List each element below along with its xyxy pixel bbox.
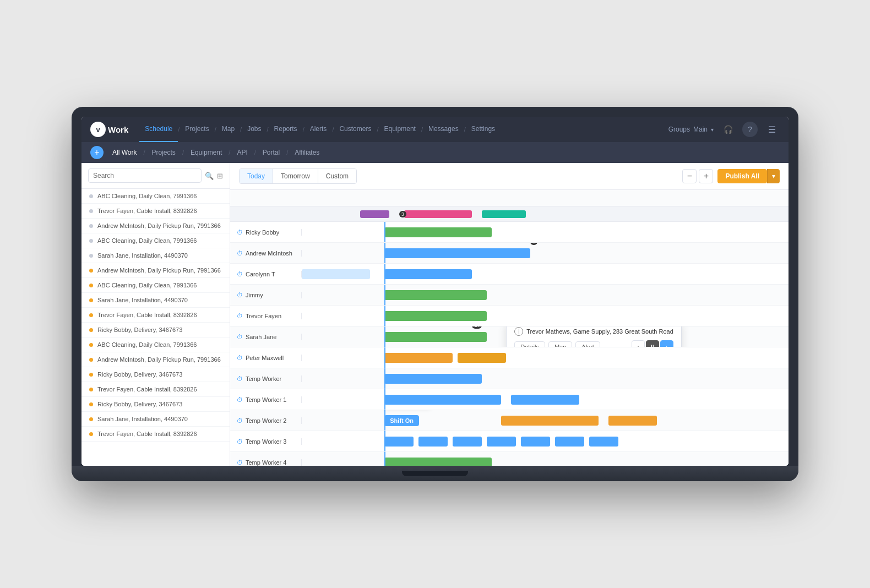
tooltip-nav: ‹ ⏸ › [632, 340, 673, 347]
tooltip-details-button[interactable]: Details [514, 341, 545, 347]
shift-on-button[interactable]: Shift On [384, 415, 419, 426]
job-item[interactable]: Trevor Fayen, Cable Install, 8392826 [81, 308, 230, 323]
schedule-bar[interactable] [418, 437, 448, 447]
second-nav-api[interactable]: API [232, 149, 252, 156]
schedule-bar[interactable] [384, 332, 487, 342]
publish-dropdown-button[interactable]: ▾ [767, 169, 780, 183]
headphone-icon[interactable]: 🎧 [720, 122, 736, 137]
job-text: Ricky Bobby, Delivery, 3467673 [97, 326, 182, 333]
search-input[interactable] [88, 168, 202, 183]
tooltip-text: Trevor Mathews, Game Supply, 283 Great S… [526, 328, 673, 335]
nav-schedule[interactable]: Schedule [139, 117, 178, 142]
job-text: Trevor Fayen, Cable Install, 8392826 [97, 312, 197, 318]
nav-customers[interactable]: Customers [334, 117, 377, 142]
tooltip-prev-button[interactable]: ‹ [632, 340, 645, 347]
nav-messages[interactable]: Messages [423, 117, 464, 142]
schedule-bar[interactable] [458, 353, 506, 363]
zoom-out-button[interactable]: − [682, 169, 697, 183]
schedule-bar[interactable] [608, 416, 657, 426]
schedule-bar[interactable] [384, 458, 491, 466]
second-nav-equipment[interactable]: Equipment [186, 149, 226, 156]
schedule-bar[interactable] [384, 290, 487, 300]
job-item[interactable]: Trevor Fayen, Cable Install, 8392826 [81, 204, 230, 219]
job-item[interactable]: ABC Cleaning, Daily Clean, 7991366 [81, 278, 230, 293]
tooltip-alert-button[interactable]: Alert [575, 341, 600, 347]
publish-all-button[interactable]: Publish All [717, 169, 767, 183]
nav-alerts[interactable]: Alerts [304, 117, 333, 142]
job-item[interactable]: Ricky Bobby, Delivery, 3467673 [81, 367, 230, 382]
clock-icon: ⏱ [237, 396, 243, 403]
tooltip-map-button[interactable]: Map [548, 341, 572, 347]
groups-main-selector[interactable]: Groups Main ▾ [668, 126, 714, 133]
search-icon[interactable]: 🔍 [205, 172, 214, 180]
schedule-bar[interactable] [511, 395, 579, 405]
job-item[interactable]: Andrew McIntosh, Daily Pickup Run, 79913… [81, 219, 230, 233]
add-button[interactable]: + [90, 146, 104, 159]
job-item[interactable]: Sarah Jane, Installation, 4490370 [81, 248, 230, 263]
job-item[interactable]: Sarah Jane, Installation, 4490370 [81, 293, 230, 308]
schedule-bar[interactable] [453, 437, 482, 447]
filter-icon[interactable]: ⊞ [217, 172, 223, 180]
job-item[interactable]: ABC Cleaning, Daily Clean, 7991366 [81, 233, 230, 248]
help-icon[interactable]: ? [742, 122, 758, 137]
job-item[interactable]: Trevor Fayen, Cable Install, 8392826 [81, 427, 230, 442]
worker-name: ⏱Temp Worker 1 [230, 396, 302, 403]
schedule-badge: 17 [472, 326, 482, 329]
schedule-bar[interactable] [589, 437, 618, 447]
clock-icon: ⏱ [237, 438, 243, 445]
worker-name: ⏱Temp Worker 4 [230, 459, 302, 466]
job-text: Andrew McIntosh, Daily Pickup Run, 79913… [97, 356, 221, 363]
second-nav-portal[interactable]: Portal [258, 149, 284, 156]
job-item[interactable]: Ricky Bobby, Delivery, 3467673 [81, 397, 230, 412]
schedule-tooltip: i Trevor Mathews, Game Supply, 283 Great… [506, 326, 682, 347]
schedule-bar[interactable] [384, 248, 530, 258]
schedule-bar[interactable] [384, 353, 453, 363]
schedule-bar[interactable] [487, 437, 516, 447]
schedule-bar[interactable] [384, 395, 501, 405]
nav-settings[interactable]: Settings [466, 117, 501, 142]
schedule-bar[interactable] [384, 227, 491, 237]
schedule-bar[interactable] [555, 437, 584, 447]
job-item[interactable]: Sarah Jane, Installation, 4490370 [81, 412, 230, 427]
second-nav-affiliates[interactable]: Affiliates [290, 149, 324, 156]
nav-jobs[interactable]: Jobs [242, 117, 267, 142]
schedule-bar[interactable] [302, 269, 370, 279]
job-item[interactable]: Trevor Fayen, Cable Install, 8392826 [81, 382, 230, 397]
timeline-bars [302, 347, 789, 368]
second-nav-projects[interactable]: Projects [148, 149, 180, 156]
job-item[interactable]: ABC Cleaning, Daily Clean, 7991366 [81, 189, 230, 204]
laptop-frame: v Work Schedule / Projects / Map / Jobs … [72, 107, 798, 481]
clock-icon: ⏱ [237, 271, 243, 277]
schedule-bar[interactable] [384, 437, 414, 447]
nav-projects[interactable]: Projects [180, 117, 214, 142]
menu-icon[interactable]: ☰ [764, 122, 780, 137]
nav-reports[interactable]: Reports [269, 117, 303, 142]
zoom-in-button[interactable]: + [699, 169, 713, 183]
schedule-bar[interactable] [501, 416, 599, 426]
schedule-bar[interactable] [384, 269, 472, 279]
nav-items: Schedule / Projects / Map / Jobs / Repor… [139, 117, 668, 142]
worker-name-text: Temp Worker 1 [246, 396, 286, 403]
schedule-bar[interactable] [384, 374, 482, 384]
tab-custom[interactable]: Custom [318, 169, 356, 183]
job-item[interactable]: ABC Cleaning, Daily Clean, 7991366 [81, 337, 230, 352]
worker-name-text: Temp Worker [246, 375, 281, 382]
tooltip-pause-button[interactable]: ⏸ [646, 340, 659, 347]
job-text: ABC Cleaning, Daily Clean, 7991366 [97, 237, 197, 244]
tooltip-next-button[interactable]: › [660, 340, 673, 347]
job-item[interactable]: Ricky Bobby, Delivery, 3467673 [81, 323, 230, 337]
clock-icon: ⏱ [237, 334, 243, 340]
job-item[interactable]: Andrew McIntosh, Daily Pickup Run, 79913… [81, 352, 230, 367]
schedule-bar[interactable] [521, 437, 550, 447]
nav-equipment[interactable]: Equipment [379, 117, 421, 142]
tab-today[interactable]: Today [240, 169, 273, 183]
time-indicator [384, 389, 385, 410]
second-nav-all-work[interactable]: All Work [108, 149, 141, 156]
schedule-bar[interactable] [384, 311, 487, 321]
job-item[interactable]: Andrew McIntosh, Daily Pickup Run, 79913… [81, 263, 230, 278]
tab-tomorrow[interactable]: Tomorrow [273, 169, 318, 183]
laptop-notch [402, 471, 468, 476]
job-text: Trevor Fayen, Cable Install, 8392826 [97, 208, 197, 214]
nav-map[interactable]: Map [216, 117, 240, 142]
job-dot [89, 298, 93, 302]
